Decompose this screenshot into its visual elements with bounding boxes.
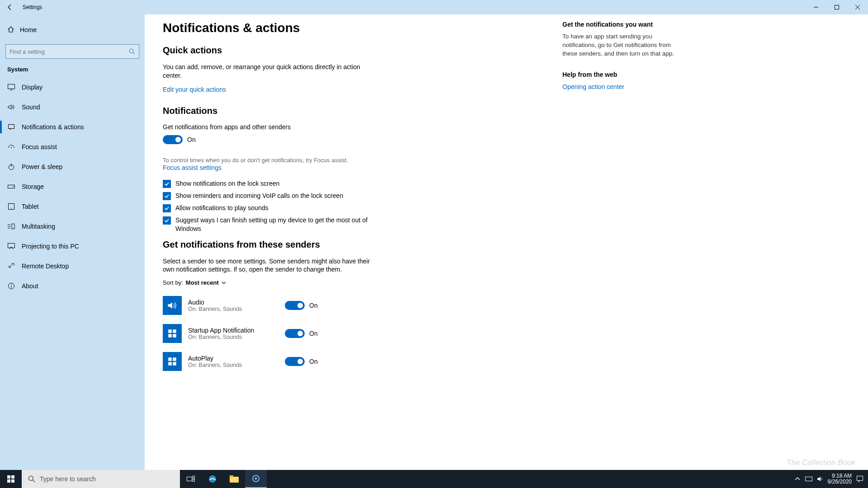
sidebar-item-label: Sound — [22, 103, 40, 111]
checkbox[interactable] — [163, 204, 171, 212]
sort-value: Most recent — [186, 279, 219, 286]
system-tray[interactable]: 9:18 AM 9/26/2020 — [794, 470, 868, 488]
checkbox-label: Allow notifications to play sounds — [175, 204, 268, 212]
sender-item[interactable]: Startup App Notification On: Banners, So… — [163, 319, 552, 347]
sender-tile-icon — [163, 352, 182, 371]
sidebar-item-label: Tablet — [22, 203, 38, 210]
senders-heading: Get notifications from these senders — [163, 239, 552, 250]
checkbox[interactable] — [163, 180, 171, 188]
minimize-button[interactable] — [806, 0, 826, 14]
svg-rect-22 — [168, 330, 172, 333]
minimize-icon — [814, 5, 818, 9]
svg-rect-4 — [8, 84, 15, 89]
home-icon — [7, 26, 14, 34]
about-icon — [7, 282, 15, 290]
ie-icon — [208, 474, 217, 483]
svg-rect-25 — [173, 334, 176, 338]
sender-name: AutoPlay — [188, 355, 278, 362]
sidebar-item-label: Storage — [22, 183, 44, 190]
help-link[interactable]: Opening action center — [562, 83, 624, 90]
sender-item[interactable]: Audio On: Banners, Sounds On — [163, 291, 552, 319]
checkbox-label: Show reminders and incoming VoIP calls o… — [175, 192, 343, 200]
svg-rect-38 — [193, 479, 195, 482]
taskbar-search[interactable]: Type here to search — [22, 470, 180, 488]
notifications-toggle-state: On — [187, 136, 196, 143]
checkbox-label: Suggest ways I can finish setting up my … — [175, 216, 371, 233]
sender-desc: On: Banners, Sounds — [188, 306, 278, 312]
sidebar-item-tablet[interactable]: Tablet — [0, 197, 145, 216]
tip-heading: Get the notifications you want — [562, 21, 685, 28]
close-button[interactable] — [847, 0, 868, 14]
window-title: Settings — [20, 4, 42, 10]
svg-rect-1 — [835, 5, 839, 9]
search-box[interactable] — [5, 44, 139, 59]
volume-icon — [817, 476, 823, 482]
sidebar-item-remote-desktop[interactable]: Remote Desktop — [0, 256, 145, 276]
action-center-icon[interactable] — [856, 475, 863, 483]
sort-by-dropdown[interactable]: Sort by: Most recent — [163, 279, 552, 286]
sidebar-item-storage[interactable]: Storage — [0, 177, 145, 197]
sidebar-item-multitasking[interactable]: Multitasking — [0, 216, 145, 236]
taskbar-ie-button[interactable] — [202, 470, 223, 488]
checkbox[interactable] — [163, 192, 171, 200]
checkbox-row[interactable]: Show notifications on the lock screen — [163, 179, 371, 188]
svg-rect-28 — [168, 362, 172, 366]
svg-rect-44 — [805, 477, 812, 481]
clock-date: 9/26/2020 — [828, 479, 852, 485]
sidebar-item-notifications-actions[interactable]: Notifications & actions — [0, 117, 145, 137]
svg-rect-40 — [230, 477, 239, 483]
aside-panel: Get the notifications you want To have a… — [552, 14, 696, 470]
sender-desc: On: Banners, Sounds — [188, 362, 278, 368]
sender-item[interactable]: AutoPlay On: Banners, Sounds On — [163, 347, 552, 375]
task-view-button[interactable] — [180, 470, 202, 488]
checkbox-row[interactable]: Show reminders and incoming VoIP calls o… — [163, 192, 371, 200]
notifications-icon — [7, 124, 15, 130]
sender-toggle[interactable] — [285, 329, 305, 338]
sidebar-item-projecting-to-this-pc[interactable]: Projecting to this PC — [0, 236, 145, 256]
edit-quick-actions-link[interactable]: Edit your quick actions — [163, 86, 226, 93]
focus-assist-link[interactable]: Focus assist settings — [163, 164, 222, 171]
quick-actions-body: You can add, remove, or rearrange your q… — [163, 63, 371, 80]
checkbox-row[interactable]: Suggest ways I can finish setting up my … — [163, 216, 371, 233]
storage-icon — [7, 184, 15, 189]
home-button[interactable]: Home — [0, 21, 145, 39]
projecting-icon — [7, 243, 15, 249]
titlebar: Settings — [0, 0, 868, 14]
checkbox-row[interactable]: Allow notifications to play sounds — [163, 204, 371, 212]
sidebar-item-about[interactable]: About — [0, 276, 145, 296]
senders-body: Select a sender to see more settings. So… — [163, 257, 371, 274]
taskbar-settings-button[interactable] — [245, 470, 267, 488]
svg-rect-17 — [12, 224, 14, 229]
taskbar: Type here to search 9:18 AM 9/26/2020 — [0, 470, 868, 488]
folder-icon — [230, 475, 239, 483]
svg-rect-23 — [173, 330, 176, 333]
notifications-toggle[interactable] — [163, 135, 183, 144]
svg-point-43 — [255, 478, 257, 480]
sidebar-item-power-sleep[interactable]: Power & sleep — [0, 157, 145, 177]
maximize-button[interactable] — [826, 0, 847, 14]
start-button[interactable] — [0, 470, 22, 488]
back-button[interactable] — [0, 0, 20, 14]
sidebar-item-label: Multitasking — [22, 223, 55, 230]
checkbox[interactable] — [163, 216, 171, 225]
svg-rect-6 — [9, 125, 14, 129]
search-input[interactable] — [9, 48, 129, 55]
task-view-icon — [187, 476, 195, 482]
sidebar-item-focus-assist[interactable]: Focus assist — [0, 137, 145, 157]
taskbar-explorer-button[interactable] — [223, 470, 245, 488]
svg-rect-18 — [8, 244, 15, 248]
clock[interactable]: 9:18 AM 9/26/2020 — [828, 473, 852, 485]
sender-toggle[interactable] — [285, 301, 305, 310]
svg-point-11 — [13, 186, 14, 187]
svg-line-35 — [33, 480, 35, 483]
sender-tile-icon — [163, 296, 182, 315]
sidebar-item-display[interactable]: Display — [0, 77, 145, 97]
svg-point-34 — [29, 476, 33, 481]
sender-toggle[interactable] — [285, 357, 305, 366]
focus-hint: To control times when you do or don't ge… — [163, 157, 371, 164]
sidebar-item-sound[interactable]: Sound — [0, 97, 145, 117]
svg-rect-24 — [168, 334, 172, 338]
svg-rect-36 — [187, 477, 192, 481]
remote-icon — [7, 263, 15, 269]
svg-rect-31 — [11, 475, 14, 479]
